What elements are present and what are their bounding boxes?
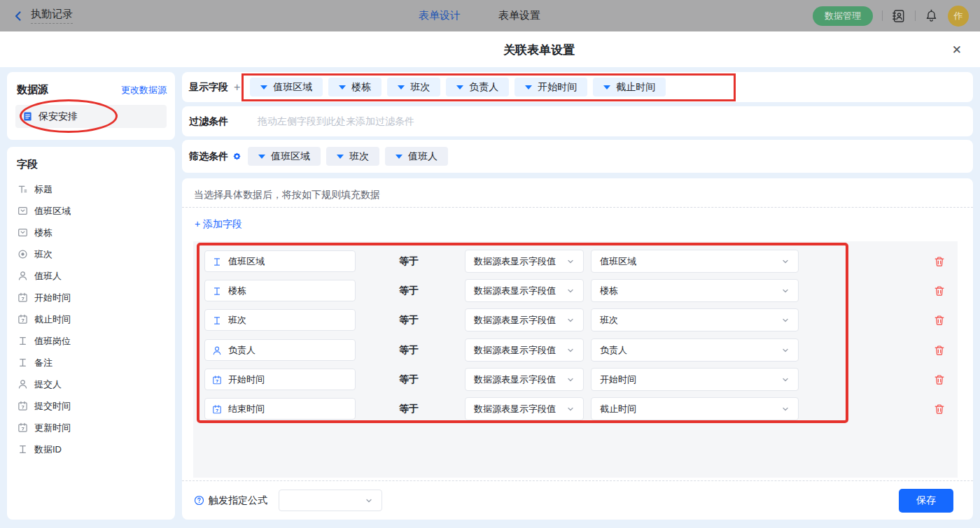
delete-icon[interactable] (934, 374, 945, 385)
fill-rule-row: 开始时间等于数据源表显示字段值开始时间 (193, 368, 958, 391)
source-type-select-value: 数据源表显示字段值 (474, 373, 556, 386)
rule-field-box[interactable]: 负责人 (204, 339, 356, 361)
add-field-link[interactable]: + 添加字段 (182, 208, 242, 241)
back-icon[interactable] (13, 10, 24, 22)
filter-label: 过滤条件 (189, 115, 228, 128)
document-icon (22, 111, 33, 122)
filter-placeholder: 拖动左侧字段到此处来添加过滤条件 (258, 115, 414, 128)
calendar-icon (18, 422, 28, 433)
field-item[interactable]: 值班区域 (7, 200, 175, 222)
field-item[interactable]: 提交人 (7, 373, 175, 395)
page-title: 执勤记录 (31, 8, 73, 24)
question-circle-icon[interactable] (194, 495, 204, 506)
formula-label: 触发指定公式 (209, 494, 267, 507)
field-item-label: 值班区域 (34, 205, 71, 217)
chevron-down-icon (566, 316, 575, 324)
source-field-select-value: 值班区域 (600, 255, 636, 268)
datasource-title: 数据源 (17, 83, 48, 97)
field-tag[interactable]: 值班区域 (248, 147, 321, 166)
field-item[interactable]: 截止时间 (7, 308, 175, 330)
contacts-icon[interactable] (892, 9, 906, 23)
field-item-label: 楼栋 (34, 227, 52, 239)
field-tag[interactable]: 截止时间 (593, 78, 666, 97)
avatar[interactable]: 作 (948, 6, 969, 27)
source-type-select[interactable]: 数据源表显示字段值 (465, 279, 584, 302)
chevron-down-icon (781, 376, 790, 384)
field-item[interactable]: 班次 (7, 243, 175, 265)
source-field-select[interactable]: 楼栋 (591, 279, 799, 302)
source-field-select[interactable]: 负责人 (591, 338, 799, 362)
calendar-icon (18, 292, 28, 303)
source-type-select[interactable]: 数据源表显示字段值 (465, 397, 584, 420)
field-item-label: 开始时间 (34, 292, 71, 304)
rule-field-box[interactable]: 开始时间 (204, 369, 356, 390)
field-item[interactable]: 楼栋 (7, 222, 175, 243)
calendar-icon (212, 375, 222, 385)
chevron-down-icon (566, 405, 575, 413)
equals-operator: 等于 (399, 285, 424, 297)
caret-down-icon (456, 85, 463, 90)
fill-rules-hint: 当选择具体数据后，将按如下规则填充数据 (182, 178, 973, 207)
field-tag[interactable]: 值班区域 (250, 78, 323, 97)
field-item[interactable]: 更新时间 (7, 417, 175, 438)
caret-down-icon (258, 155, 265, 159)
field-tag[interactable]: 负责人 (446, 78, 509, 97)
field-item[interactable]: 数据ID (7, 438, 175, 460)
field-item[interactable]: 值班岗位 (7, 330, 175, 352)
rule-field-box[interactable]: 结束时间 (204, 398, 356, 420)
field-item[interactable]: 开始时间 (7, 287, 175, 308)
filter-row[interactable]: 过滤条件 拖动左侧字段到此处来添加过滤条件 (182, 106, 973, 136)
close-icon[interactable]: ✕ (952, 42, 962, 57)
person-icon (18, 271, 28, 281)
gear-icon[interactable] (232, 151, 242, 162)
save-button[interactable]: 保存 (899, 489, 953, 513)
field-item[interactable]: 提交时间 (7, 395, 175, 417)
bell-icon[interactable] (925, 9, 939, 23)
field-tag[interactable]: 开始时间 (514, 78, 587, 97)
field-tag[interactable]: 值班人 (385, 147, 448, 166)
text-icon (212, 257, 222, 266)
tab-form-settings[interactable]: 表单设置 (498, 9, 540, 22)
rule-field-box[interactable]: 值班区域 (204, 250, 356, 272)
caret-down-icon (525, 85, 532, 90)
delete-icon[interactable] (934, 256, 945, 267)
field-tag[interactable]: 班次 (387, 78, 440, 97)
caret-down-icon (337, 155, 344, 159)
field-item[interactable]: 值班人 (7, 265, 175, 287)
tab-form-design[interactable]: 表单设计 (419, 9, 461, 22)
fields-list: 标题值班区域楼栋班次值班人开始时间截止时间值班岗位备注提交人提交时间更新时间数据… (7, 178, 175, 460)
field-item-label: 截止时间 (34, 313, 71, 326)
rule-field-box[interactable]: 楼栋 (204, 280, 356, 301)
field-tag[interactable]: 楼栋 (328, 78, 382, 97)
delete-icon[interactable] (934, 285, 945, 297)
source-type-select[interactable]: 数据源表显示字段值 (465, 368, 584, 391)
rule-field-box[interactable]: 班次 (204, 309, 356, 331)
source-type-select[interactable]: 数据源表显示字段值 (465, 308, 584, 331)
source-field-select[interactable]: 值班区域 (591, 250, 799, 273)
field-item[interactable]: 备注 (7, 352, 175, 373)
field-item-label: 值班人 (34, 270, 62, 283)
field-item[interactable]: 标题 (7, 178, 175, 200)
source-type-select[interactable]: 数据源表显示字段值 (465, 338, 584, 362)
datasource-item[interactable]: 保安安排 (15, 105, 167, 128)
data-manage-button[interactable]: 数据管理 (813, 6, 873, 26)
select-icon (18, 227, 28, 238)
change-datasource-link[interactable]: 更改数据源 (121, 84, 167, 97)
display-fields-row: 显示字段 + 值班区域楼栋班次负责人开始时间截止时间 (182, 72, 973, 102)
source-field-select[interactable]: 截止时间 (591, 397, 799, 420)
fields-panel: 字段 标题值班区域楼栋班次值班人开始时间截止时间值班岗位备注提交人提交时间更新时… (7, 147, 175, 520)
add-display-field-icon[interactable]: + (234, 81, 240, 94)
delete-icon[interactable] (934, 315, 945, 326)
formula-select[interactable] (279, 490, 382, 511)
rule-field-label: 楼栋 (228, 285, 246, 297)
topbar: 执勤记录 表单设计 表单设置 数据管理 作 (0, 0, 980, 31)
field-tag[interactable]: 班次 (326, 147, 379, 166)
field-item-label: 标题 (34, 183, 52, 196)
source-field-select[interactable]: 班次 (591, 308, 799, 331)
caret-down-icon (396, 155, 402, 159)
delete-icon[interactable] (934, 345, 945, 356)
source-type-select[interactable]: 数据源表显示字段值 (465, 250, 584, 273)
source-field-select[interactable]: 开始时间 (591, 368, 799, 391)
delete-icon[interactable] (934, 404, 945, 415)
field-item-label: 更新时间 (34, 422, 71, 434)
